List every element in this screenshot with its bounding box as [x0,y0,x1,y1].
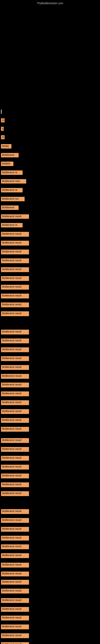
bottleneck-result-21[interactable]: Bottleneck result [1,294,29,298]
bottleneck-result-58[interactable]: Bottleneck result [1,642,29,644]
bottleneck-result-54[interactable]: Bottleneck result [1,607,29,612]
bottleneck-result-48[interactable]: Bottleneck result [1,553,29,558]
bottleneck-result-1[interactable]: B [1,118,4,122]
bottleneck-result-47[interactable]: Bottleneck result [1,544,29,549]
bottleneck-result-14[interactable]: Bottleneck result [1,232,29,237]
bottleneck-result-35[interactable]: Bottleneck result [1,427,29,432]
bottleneck-result-41[interactable]: Bottleneck result [1,482,29,487]
bottleneck-result-25[interactable]: Bottleneck result [1,338,29,343]
bottleneck-result-22[interactable]: Bottleneck result [1,302,29,307]
bottleneck-result-53[interactable]: Bottleneck result [1,598,29,603]
bottleneck-result-9[interactable]: Bottleneck re [1,188,23,192]
bottleneck-result-3[interactable]: B [1,135,4,139]
bottleneck-result-40[interactable]: Bottleneck result [1,474,29,478]
bottleneck-result-57[interactable]: Bottleneck result [1,633,29,638]
bottleneck-result-18[interactable]: Bottleneck result [1,267,29,272]
bottleneck-result-39[interactable]: Bottleneck result [1,465,29,470]
bottleneck-result-42[interactable]: Bottleneck result [1,491,29,496]
bottleneck-result-38[interactable]: Bottleneck result [1,456,29,461]
bottleneck-result-34[interactable]: Bottleneck result [1,418,29,423]
bottleneck-result-37[interactable]: Bottleneck result [1,447,29,452]
bottleneck-result-55[interactable]: Bottleneck result [1,616,29,620]
bottleneck-result-44[interactable]: Bottleneck result [1,518,29,523]
bottleneck-result-32[interactable]: Bottleneck result [1,400,29,405]
bottleneck-result-45[interactable]: Bottleneck result [1,527,29,532]
bottleneck-result-33[interactable]: Bottleneck result [1,409,29,414]
bottleneck-result-50[interactable]: Bottleneck result [1,572,29,576]
bottleneck-result-20[interactable]: Bottleneck result [1,285,29,290]
bottleneck-result-36[interactable]: Bottleneck result [1,438,29,443]
bottleneck-result-28[interactable]: Bottleneck result [1,365,29,370]
cursor [1,110,1,114]
bottleneck-result-17[interactable]: Bottleneck result [1,258,29,263]
bottleneck-result-8[interactable]: Bottleneck resu [1,179,26,184]
bottleneck-result-2[interactable]: E [1,127,4,131]
bottleneck-result-13[interactable]: Bottleneck re [1,223,23,228]
bottleneck-result-43[interactable]: Bottleneck result [1,509,29,514]
site-title: TheBottlenecker.com [37,2,63,5]
bottleneck-result-29[interactable]: Bottleneck result [1,374,29,379]
bottleneck-result-10[interactable]: Bottleneck res [1,197,25,201]
bottleneck-result-26[interactable]: Bottleneck result [1,347,29,352]
bottleneck-result-16[interactable]: Bottleneck result [1,250,29,254]
bottleneck-result-52[interactable]: Bottleneck result [1,589,29,594]
bottleneck-result-23[interactable]: Bottleneck result [1,311,29,316]
bottleneck-result-6[interactable]: Bottlen [1,162,13,166]
bottleneck-result-46[interactable]: Bottleneck result [1,536,29,540]
bottleneck-result-15[interactable]: Bottleneck result [1,241,29,246]
bottleneck-result-7[interactable]: Bottleneck re [1,170,23,175]
bottleneck-result-11[interactable]: Bottleneck [1,206,19,210]
bottleneck-result-31[interactable]: Bottleneck result [1,392,29,396]
bottleneck-result-12[interactable]: Bottleneck result [1,214,29,219]
bottleneck-result-4[interactable]: Bottle [1,144,11,148]
bottleneck-result-19[interactable]: Bottleneck result [1,276,29,281]
bottleneck-result-24[interactable]: Bottleneck result [1,330,29,334]
bottleneck-result-5[interactable]: Bottleneck [1,153,19,158]
bottleneck-result-30[interactable]: Bottleneck result [1,382,29,388]
bottleneck-result-51[interactable]: Bottleneck result [1,580,29,585]
bottleneck-result-27[interactable]: Bottleneck result [1,356,29,361]
bottleneck-result-56[interactable]: Bottleneck result [1,624,29,629]
bottleneck-result-49[interactable]: Bottleneck result [1,563,29,568]
